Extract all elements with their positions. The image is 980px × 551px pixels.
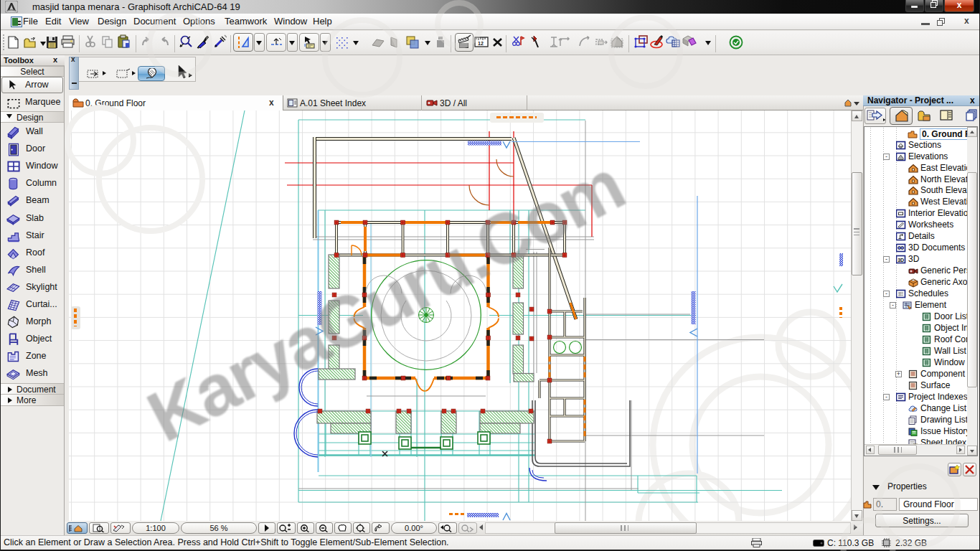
svg-text:3D: 3D <box>897 258 904 263</box>
svg-text:12: 12 <box>478 41 484 46</box>
